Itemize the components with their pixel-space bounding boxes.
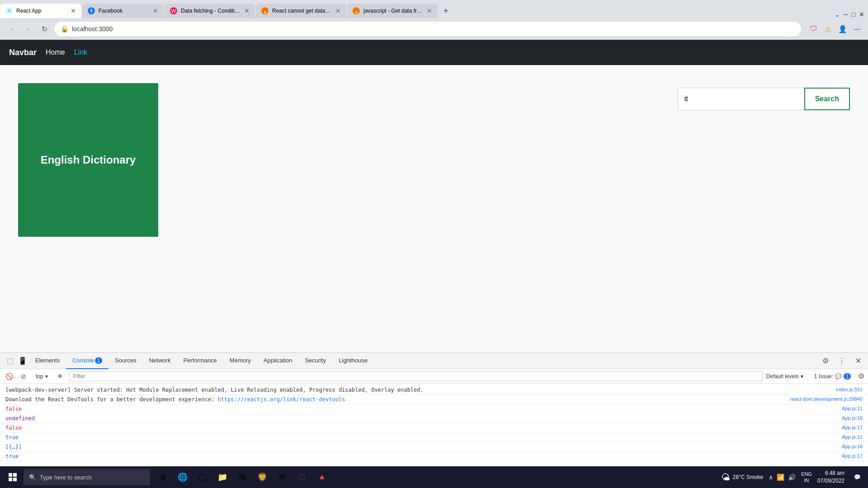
weather-text: 28°C Smoke (733, 474, 764, 480)
console-source[interactable]: App.js:16 (842, 415, 863, 421)
console-source[interactable]: react-dom.development.js:29840 (790, 396, 863, 402)
address-bar: ‹ › ↻ 🔒 localhost:3000 🛡 ⚠ 👤 ⋯ (0, 18, 868, 40)
devtools-close-button[interactable]: ✕ (852, 355, 864, 367)
svg-rect-3 (13, 478, 17, 481)
tab-react-fetch[interactable]: 🔥 React cannot get data from fetch api .… (256, 4, 346, 18)
default-levels-label: Default levels (766, 373, 799, 380)
tab-close-icon[interactable]: ✕ (71, 7, 76, 14)
wifi-icon[interactable]: 📶 (777, 474, 784, 481)
devtools-icon-device[interactable]: 📱 (16, 355, 29, 367)
tab-sources[interactable]: Sources (108, 353, 143, 369)
console-source[interactable]: App.js:17 (842, 453, 863, 459)
tab-js-fetch[interactable]: 🔥 javascript - Get data from fetch React… (347, 4, 438, 18)
close-window-icon[interactable]: ✕ (859, 11, 864, 18)
tab-icon: f (88, 7, 95, 14)
tab-list-icon[interactable]: ⌄ (835, 11, 840, 18)
tab-console[interactable]: Console 1 (66, 353, 108, 369)
book-cover: English Dictionary (18, 83, 158, 237)
brave-icon[interactable]: 🦁 (253, 468, 271, 486)
notification-icon[interactable]: 💬 (850, 470, 864, 484)
taskbar-search-label: Type here to search (40, 474, 92, 481)
tab-bar: ⚛ React App ✕ f Facebook ✕ W Data fetchi… (0, 0, 868, 18)
tab-security[interactable]: Security (298, 353, 332, 369)
tab-close-icon[interactable]: ✕ (244, 7, 250, 14)
devtools-icon-inspect[interactable]: ⬚ (4, 355, 16, 367)
tab-controls: ⌄ ─ □ ✕ (835, 11, 868, 18)
issues-count: 1 (844, 373, 851, 380)
cortana-icon[interactable]: ◯ (193, 468, 212, 486)
search-input[interactable] (678, 88, 804, 110)
vlc-icon[interactable]: 🔺 (313, 468, 331, 486)
tab-lighthouse[interactable]: Lighthouse (332, 353, 374, 369)
tab-facebook[interactable]: f Facebook ✕ (82, 4, 164, 18)
tab-network[interactable]: Network (143, 353, 177, 369)
tab-icon: W (170, 7, 177, 14)
shield-icon[interactable]: 🛡 (808, 23, 819, 34)
default-levels-selector[interactable]: Default levels ▾ (766, 373, 803, 380)
profile-icon[interactable]: 👤 (837, 23, 848, 34)
volume-icon[interactable]: 🔊 (788, 474, 796, 481)
tab-memory[interactable]: Memory (223, 353, 257, 369)
microsoft-store-icon[interactable]: 🛍 (233, 468, 251, 486)
console-messages-badge: 1 (95, 357, 102, 364)
top-level-selector[interactable]: top ▾ (33, 372, 51, 381)
nav-link-home[interactable]: Home (46, 48, 65, 56)
console-source[interactable]: App.js:17 (842, 425, 863, 430)
maximize-icon[interactable]: □ (852, 11, 855, 18)
devtools-settings-button[interactable]: ⚙ (819, 355, 832, 367)
console-source[interactable]: App.js:11 (842, 434, 863, 440)
start-button[interactable] (4, 468, 22, 486)
taskbar-search-box[interactable]: 🔍 Type here to search (24, 469, 150, 485)
eye-icon[interactable]: 👁 (55, 371, 66, 382)
console-row: [{…}] App.js:16 (0, 442, 868, 452)
lock-icon: 🔒 (61, 25, 68, 33)
devtools-toolbar: 🚫 ⊘ top ▾ 👁 Default levels ▾ 1 Issue: 💬 … (0, 369, 868, 384)
tab-close-icon[interactable]: ✕ (427, 7, 432, 14)
devtools-tab-icons: ⚙ ⋮ ✕ (819, 355, 864, 367)
react-devtools-link[interactable]: https://reactjs.org/link/react-devtools (218, 396, 345, 403)
issues-counter: 1 Issue: 💬 1 (814, 373, 851, 380)
tab-title: React App (16, 8, 67, 14)
console-source[interactable]: index.js:551 (836, 387, 863, 392)
mail-icon[interactable]: ✉ (273, 468, 291, 486)
language-indicator: ENG IN (801, 471, 812, 484)
filter-console-button[interactable]: ⊘ (18, 371, 29, 382)
console-message-undef: undefined (5, 415, 842, 422)
back-button[interactable]: ‹ (5, 23, 18, 35)
top-chevron-icon: ▾ (45, 373, 48, 380)
file-explorer-icon[interactable]: 📁 (213, 468, 231, 486)
console-source[interactable]: App.js:11 (842, 406, 863, 411)
console-row: false App.js:11 (0, 404, 868, 414)
console-source[interactable]: App.js:16 (842, 444, 863, 449)
visual-studio-icon[interactable]: ⬡ (293, 468, 311, 486)
microsoft-edge-icon[interactable]: 🌐 (174, 468, 192, 486)
console-row: true App.js:17 (0, 452, 868, 461)
task-view-icon[interactable]: ⊞ (154, 468, 172, 486)
tab-title: Data fetching - Conditional Logic - St..… (181, 8, 241, 14)
tab-application[interactable]: Application (257, 353, 299, 369)
taskbar-weather: 🌤 28°C Smoke (721, 472, 764, 483)
navbar-brand[interactable]: Navbar (9, 48, 37, 57)
url-input[interactable]: 🔒 localhost:3000 (54, 22, 801, 36)
warning-icon[interactable]: ⚠ (823, 23, 834, 34)
chevron-up-icon[interactable]: ∧ (769, 474, 773, 481)
console-filter-input[interactable] (69, 371, 763, 381)
minimize-icon[interactable]: ─ (844, 11, 848, 18)
devtools-settings-icon[interactable]: ⚙ (858, 372, 864, 380)
tab-close-icon[interactable]: ✕ (335, 7, 341, 14)
extensions-icon[interactable]: ⋯ (852, 23, 863, 34)
tab-performance[interactable]: Performance (177, 353, 223, 369)
reload-button[interactable]: ↻ (38, 23, 51, 35)
tab-data-fetching[interactable]: W Data fetching - Conditional Logic - St… (165, 4, 255, 18)
tab-close-icon[interactable]: ✕ (153, 7, 158, 14)
console-row: true App.js:11 (0, 433, 868, 442)
tab-elements[interactable]: Elements (29, 353, 66, 369)
tab-react-app[interactable]: ⚛ React App ✕ (0, 4, 81, 18)
forward-button[interactable]: › (22, 23, 34, 35)
search-button[interactable]: Search (804, 88, 850, 110)
devtools-more-button[interactable]: ⋮ (835, 355, 848, 367)
devtools-tab-bar: ⬚ 📱 Elements Console 1 Sources Network P… (0, 353, 868, 369)
clear-console-button[interactable]: 🚫 (4, 371, 14, 382)
new-tab-button[interactable]: + (439, 4, 453, 18)
nav-link-link[interactable]: Link (74, 48, 87, 56)
